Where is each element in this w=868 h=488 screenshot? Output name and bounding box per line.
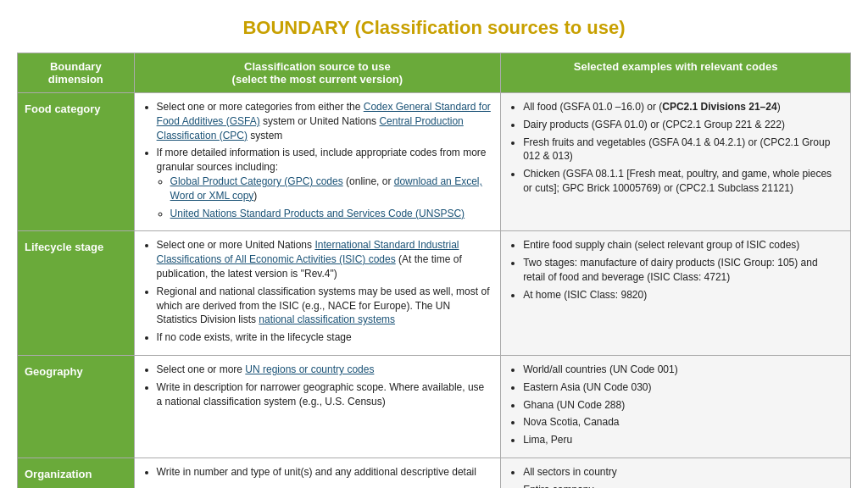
table-row: Organization Write in number and type of… (18, 458, 851, 488)
link-national[interactable]: national classification systems (259, 313, 395, 325)
link-un-regions[interactable]: UN regions or country codes (245, 363, 374, 375)
examples-food-category: All food (GSFA 01.0 –16.0) or (CPC2.1 Di… (501, 93, 851, 231)
table-row: Food category Select one or more categor… (18, 93, 851, 231)
dimension-food-category: Food category (18, 93, 135, 231)
link-gpc[interactable]: Global Product Category (GPC) codes (170, 175, 343, 187)
examples-lifecycle: Entire food supply chain (select relevan… (501, 231, 851, 356)
dimension-geography: Geography (18, 355, 135, 458)
table-row: Geography Select one or more UN regions … (18, 355, 851, 458)
col-header-classification: Classification source to use(select the … (134, 53, 501, 93)
dimension-organization: Organization (18, 458, 135, 488)
classification-geography: Select one or more UN regions or country… (134, 355, 501, 458)
classification-organization: Write in number and type of unit(s) and … (134, 458, 501, 488)
examples-geography: World/all countries (UN Code 001) Easter… (501, 355, 851, 458)
classification-lifecycle: Select one or more United Nations Intern… (134, 231, 501, 356)
col-header-examples: Selected examples with relevant codes (501, 53, 851, 93)
col-header-dimension: Boundarydimension (18, 53, 135, 93)
link-isic[interactable]: International Standard Industrial Classi… (157, 239, 459, 265)
dimension-lifecycle: Lifecycle stage (18, 231, 135, 356)
link-unspsc[interactable]: United Nations Standard Products and Ser… (170, 208, 465, 219)
examples-organization: All sectors in country Entire company Tw… (501, 458, 851, 488)
page-title: BOUNDARY (Classification sources to use) (17, 17, 851, 39)
table-row: Lifecycle stage Select one or more Unite… (18, 231, 851, 356)
boundary-table: Boundarydimension Classification source … (17, 53, 851, 488)
classification-food-category: Select one or more categories from eithe… (134, 93, 501, 231)
